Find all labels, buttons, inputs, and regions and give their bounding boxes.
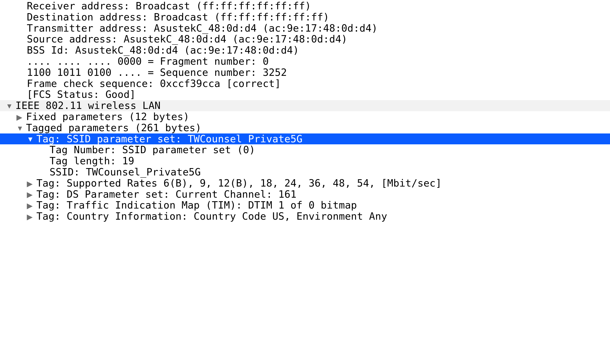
expand-collapse-icon[interactable]: ▶ [27, 180, 36, 188]
tree-row-text: IEEE 802.11 wireless LAN [15, 100, 161, 111]
tree-row-text: Tag Number: SSID parameter set (0) [50, 144, 255, 155]
expand-collapse-icon[interactable]: ▶ [27, 202, 36, 210]
tree-row-text: Tag length: 19 [50, 155, 134, 167]
tree-row-text: Frame check sequence: 0xccf39cca [correc… [27, 78, 281, 89]
receiver-address-field[interactable]: Receiver address: Broadcast (ff:ff:ff:ff… [0, 1, 610, 12]
tree-row-text: Source address: AsustekC_48:0d:d4 (ac:9e… [27, 34, 347, 45]
expand-collapse-icon[interactable]: ▼ [27, 136, 36, 143]
expand-collapse-icon[interactable]: ▼ [16, 125, 26, 132]
tree-row-text: Tag: DS Parameter set: Current Channel: … [36, 189, 296, 200]
tree-row-text: [FCS Status: Good] [27, 89, 136, 100]
destination-address-field[interactable]: Destination address: Broadcast (ff:ff:ff… [0, 12, 610, 23]
tree-row-text: Tagged parameters (261 bytes) [26, 122, 202, 133]
expand-collapse-icon[interactable]: ▶ [16, 113, 26, 121]
tree-row-text: Fixed parameters (12 bytes) [26, 111, 189, 122]
ds-parameter-node[interactable]: ▶Tag: DS Parameter set: Current Channel:… [0, 189, 610, 200]
fcs-field[interactable]: Frame check sequence: 0xccf39cca [correc… [0, 78, 610, 89]
expand-collapse-icon[interactable]: ▼ [6, 103, 15, 110]
fixed-parameters-node[interactable]: ▶Fixed parameters (12 bytes) [0, 111, 610, 122]
ssid-tag-node[interactable]: ▼Tag: SSID parameter set: TWCounsel_Priv… [0, 133, 610, 145]
tree-row-text: Destination address: Broadcast (ff:ff:ff… [27, 12, 329, 23]
transmitter-address-field[interactable]: Transmitter address: AsustekC_48:0d:d4 (… [0, 23, 610, 34]
tag-length-field[interactable]: Tag length: 19 [0, 155, 610, 167]
country-info-node[interactable]: ▶Tag: Country Information: Country Code … [0, 211, 610, 222]
tree-row-text: Receiver address: Broadcast (ff:ff:ff:ff… [27, 1, 311, 12]
expand-collapse-icon[interactable]: ▶ [27, 191, 36, 198]
bss-id-field[interactable]: BSS Id: AsustekC_48:0d:d4 (ac:9e:17:48:0… [0, 45, 610, 56]
source-address-field[interactable]: Source address: AsustekC_48:0d:d4 (ac:9e… [0, 34, 610, 45]
tree-row-text: Transmitter address: AsustekC_48:0d:d4 (… [27, 23, 378, 34]
tagged-parameters-node[interactable]: ▼Tagged parameters (261 bytes) [0, 122, 610, 133]
tree-row-text: Tag: SSID parameter set: TWCounsel_Priva… [36, 133, 302, 145]
ssid-field[interactable]: SSID: TWCounsel_Private5G [0, 167, 610, 178]
tree-row-text: Tag: Traffic Indication Map (TIM): DTIM … [36, 200, 357, 211]
sequence-number-field[interactable]: 1100 1011 0100 .... = Sequence number: 3… [0, 67, 610, 78]
tree-row-text: .... .... .... 0000 = Fragment number: 0 [27, 56, 269, 67]
fragment-number-field[interactable]: .... .... .... 0000 = Fragment number: 0 [0, 56, 610, 67]
tag-number-field[interactable]: Tag Number: SSID parameter set (0) [0, 144, 610, 155]
tim-node[interactable]: ▶Tag: Traffic Indication Map (TIM): DTIM… [0, 200, 610, 211]
tree-row-text: BSS Id: AsustekC_48:0d:d4 (ac:9e:17:48:0… [27, 45, 299, 56]
fcs-status-field[interactable]: [FCS Status: Good] [0, 89, 610, 100]
tree-row-text: Tag: Supported Rates 6(B), 9, 12(B), 18,… [36, 178, 442, 189]
tree-row-text: SSID: TWCounsel_Private5G [50, 167, 201, 178]
tree-row-text: Tag: Country Information: Country Code U… [36, 211, 387, 222]
ieee-80211-node[interactable]: ▼IEEE 802.11 wireless LAN [0, 100, 610, 111]
tree-row-text: 1100 1011 0100 .... = Sequence number: 3… [27, 67, 287, 78]
supported-rates-node[interactable]: ▶Tag: Supported Rates 6(B), 9, 12(B), 18… [0, 178, 610, 189]
expand-collapse-icon[interactable]: ▶ [27, 213, 36, 221]
